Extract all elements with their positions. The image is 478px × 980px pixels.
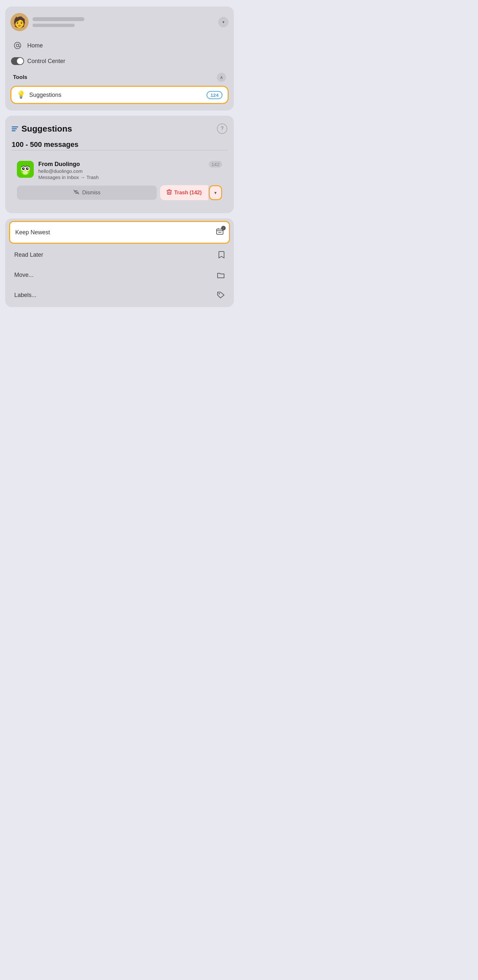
trash-button[interactable]: Trash (142) [160, 185, 208, 200]
suggestion-item-duolingo: From Duolingo hello@duolingo.com Message… [12, 156, 227, 205]
keep-newest-icon: ↑ [216, 228, 224, 237]
control-center-label: Control Center [27, 58, 65, 65]
folder-icon [217, 272, 225, 278]
action-menu-card: Keep Newest ↑ Read Later Move... [5, 218, 234, 307]
bulb-icon: 💡 [17, 91, 25, 99]
svg-point-8 [23, 168, 24, 169]
read-later-label: Read Later [14, 251, 43, 258]
sidebar-card: 🧑 ▾ Home Control Center Tools ∧ 💡 Sugges… [5, 6, 234, 110]
suggestions-badge: 124 [206, 91, 222, 99]
labels-menu-item[interactable]: Labels... [9, 286, 230, 304]
svg-point-13 [219, 293, 220, 294]
sidebar-item-control-center[interactable]: Control Center [10, 53, 229, 69]
trash-dropdown-button[interactable]: ▾ [209, 185, 222, 200]
svg-point-11 [23, 170, 28, 175]
keep-newest-badge: ↑ [221, 226, 226, 231]
keep-newest-label: Keep Newest [15, 229, 50, 236]
read-later-menu-item[interactable]: Read Later [9, 245, 230, 264]
suggestions-header: Suggestions ? [12, 124, 227, 134]
sender-name: From Duolingo [38, 161, 204, 168]
at-icon [13, 41, 22, 50]
labels-label: Labels... [14, 292, 37, 299]
keep-newest-menu-item[interactable]: Keep Newest ↑ [9, 221, 230, 244]
duolingo-app-icon [17, 161, 34, 178]
user-name-bar [32, 17, 84, 21]
sender-info: From Duolingo hello@duolingo.com Message… [38, 161, 204, 180]
suggestions-sidebar-label: Suggestions [29, 92, 203, 99]
user-info [32, 17, 214, 27]
eye-slash-icon [73, 189, 79, 196]
sidebar-item-home[interactable]: Home [10, 38, 229, 53]
sender-action: Messages in Inbox → Trash [38, 175, 204, 180]
sender-row: From Duolingo hello@duolingo.com Message… [17, 161, 222, 180]
tools-section: Tools ∧ [10, 69, 229, 84]
sender-email: hello@duolingo.com [38, 168, 204, 174]
trash-btn-group: Trash (142) ▾ [160, 185, 222, 200]
message-range: 100 - 500 messages [12, 140, 227, 149]
svg-point-9 [27, 168, 28, 169]
trash-icon [167, 189, 172, 196]
sidebar-item-suggestions[interactable]: 💡 Suggestions 124 [10, 86, 229, 104]
suggestions-title: Suggestions [12, 124, 72, 134]
message-count: 142 [209, 161, 222, 168]
move-label: Move... [14, 272, 33, 278]
help-button[interactable]: ? [217, 124, 227, 134]
tools-label: Tools [13, 74, 27, 81]
toggle-icon [13, 57, 22, 66]
user-dropdown-button[interactable]: ▾ [218, 17, 229, 27]
tools-chevron-button[interactable]: ∧ [217, 73, 226, 82]
avatar: 🧑 [10, 13, 29, 31]
sidebar-header: 🧑 ▾ [10, 13, 229, 31]
trash-label: Trash (142) [175, 190, 202, 196]
chevron-down-icon: ▾ [214, 190, 217, 195]
bookmark-icon [218, 251, 225, 259]
svg-point-1 [14, 42, 21, 49]
move-menu-item[interactable]: Move... [9, 266, 230, 284]
suggestions-title-text: Suggestions [21, 124, 72, 134]
tag-icon [217, 291, 225, 299]
dismiss-label: Dismiss [82, 190, 100, 196]
suggestions-card: Suggestions ? 100 - 500 messages [5, 116, 234, 213]
dismiss-button[interactable]: Dismiss [17, 186, 157, 200]
action-row: Dismiss Trash (142) ▾ [17, 185, 222, 200]
user-sub-bar [32, 24, 75, 27]
home-label: Home [27, 42, 43, 49]
hamburger-icon [12, 126, 18, 131]
